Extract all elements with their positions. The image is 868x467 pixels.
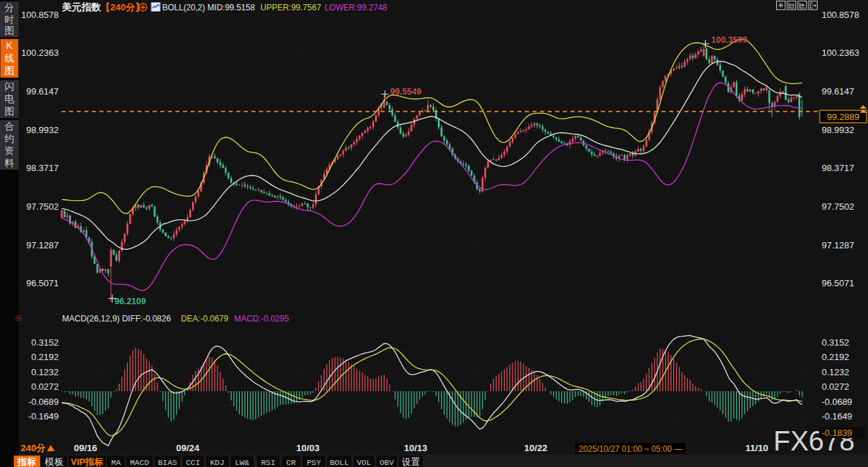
svg-text:0.3152: 0.3152 xyxy=(822,337,849,348)
svg-text:VIP指标: VIP指标 xyxy=(71,457,104,467)
svg-text:KDJ: KDJ xyxy=(210,458,224,467)
svg-text:MA: MA xyxy=(111,458,121,467)
svg-text:0.0272: 0.0272 xyxy=(31,381,59,392)
svg-text:BOLL(20,2) MID:99.5158: BOLL(20,2) MID:99.5158 xyxy=(162,3,255,12)
svg-text:96.2109: 96.2109 xyxy=(115,297,146,306)
svg-text:0.1232: 0.1232 xyxy=(822,367,849,377)
svg-text:100.2363: 100.2363 xyxy=(21,48,59,58)
svg-text:10/03: 10/03 xyxy=(296,443,320,453)
svg-text:约: 约 xyxy=(5,133,15,144)
svg-text:11/10: 11/10 xyxy=(745,443,768,453)
svg-text:资: 资 xyxy=(5,145,15,156)
svg-text:240分: 240分 xyxy=(21,443,46,453)
svg-text:98.3717: 98.3717 xyxy=(822,163,854,173)
svg-text:时: 时 xyxy=(5,14,15,25)
svg-text:闪: 闪 xyxy=(5,81,15,92)
svg-text:VOL: VOL xyxy=(357,458,372,467)
svg-text:100.2363: 100.2363 xyxy=(822,48,859,58)
svg-text:图: 图 xyxy=(5,25,15,36)
svg-text:100.8578: 100.8578 xyxy=(822,10,859,20)
svg-text:0.2192: 0.2192 xyxy=(822,352,849,362)
svg-text:96.5071: 96.5071 xyxy=(822,278,854,288)
svg-text:09/16: 09/16 xyxy=(74,443,97,453)
svg-text:96.5071: 96.5071 xyxy=(26,278,59,288)
svg-text:10/13: 10/13 xyxy=(404,443,427,453)
svg-text:模板: 模板 xyxy=(44,457,64,467)
svg-text:-0.1649: -0.1649 xyxy=(822,411,852,421)
svg-text:MACD: MACD xyxy=(130,458,149,467)
svg-text:99.6147: 99.6147 xyxy=(822,86,854,97)
svg-text:LW&: LW& xyxy=(235,458,249,467)
svg-text:97.7502: 97.7502 xyxy=(822,201,854,212)
svg-text:100.3599: 100.3599 xyxy=(711,35,747,45)
svg-text:设置: 设置 xyxy=(402,457,420,467)
svg-text:料: 料 xyxy=(5,157,15,168)
svg-text:CCI: CCI xyxy=(186,458,200,467)
svg-text:DEA:-0.0679: DEA:-0.0679 xyxy=(181,314,229,324)
svg-text:线: 线 xyxy=(5,52,15,63)
svg-text:LOWER:99.2748: LOWER:99.2748 xyxy=(325,3,387,12)
svg-text:-0.1649: -0.1649 xyxy=(28,411,59,421)
svg-text:10/22: 10/22 xyxy=(524,443,548,453)
svg-text:合: 合 xyxy=(5,121,15,132)
svg-text:电: 电 xyxy=(5,93,15,104)
svg-text:指标: 指标 xyxy=(17,457,37,467)
svg-text:CR: CR xyxy=(287,458,296,467)
svg-text:0.2192: 0.2192 xyxy=(31,352,59,362)
svg-text:K: K xyxy=(6,40,13,51)
svg-text:100.8578: 100.8578 xyxy=(21,10,59,20)
svg-text:97.7502: 97.7502 xyxy=(26,201,59,212)
svg-text:99.5549: 99.5549 xyxy=(390,87,421,97)
svg-text:【240分】: 【240分】 xyxy=(101,2,144,12)
svg-text:97.1287: 97.1287 xyxy=(822,240,854,250)
svg-text:99.2889: 99.2889 xyxy=(827,112,860,122)
svg-text:BOLL: BOLL xyxy=(330,458,349,467)
svg-text:98.9932: 98.9932 xyxy=(26,125,59,135)
svg-text:0.3152: 0.3152 xyxy=(31,337,59,348)
svg-text:-0.0689: -0.0689 xyxy=(822,397,852,407)
svg-text:MACD(26,12,9) DIFF:-0.0826: MACD(26,12,9) DIFF:-0.0826 xyxy=(62,314,171,324)
svg-text:-0.1839: -0.1839 xyxy=(822,428,852,438)
svg-text:0.0272: 0.0272 xyxy=(822,381,849,392)
svg-text:98.9932: 98.9932 xyxy=(822,125,854,135)
svg-text:图: 图 xyxy=(5,106,15,117)
svg-text:2025/10/27 01:00 ~ 05:00 —: 2025/10/27 01:00 ~ 05:00 — xyxy=(579,444,682,454)
svg-text:图: 图 xyxy=(5,65,15,76)
svg-text:OBV: OBV xyxy=(380,458,394,467)
svg-text:美元指数: 美元指数 xyxy=(61,1,102,12)
svg-text:MACD:-0.0295: MACD:-0.0295 xyxy=(234,314,289,324)
svg-text:分: 分 xyxy=(5,2,15,13)
svg-text:97.1287: 97.1287 xyxy=(26,240,59,250)
svg-text:BIAS: BIAS xyxy=(158,458,177,467)
svg-text:99.6147: 99.6147 xyxy=(26,86,59,97)
svg-text:98.3717: 98.3717 xyxy=(26,163,59,173)
svg-text:-0.0689: -0.0689 xyxy=(28,397,59,407)
svg-text:UPPER:99.7567: UPPER:99.7567 xyxy=(260,3,321,12)
svg-text:PSY: PSY xyxy=(307,458,321,467)
svg-text:0.1232: 0.1232 xyxy=(31,367,59,377)
svg-text:RSI: RSI xyxy=(261,458,276,467)
svg-text:09/24: 09/24 xyxy=(176,443,200,453)
